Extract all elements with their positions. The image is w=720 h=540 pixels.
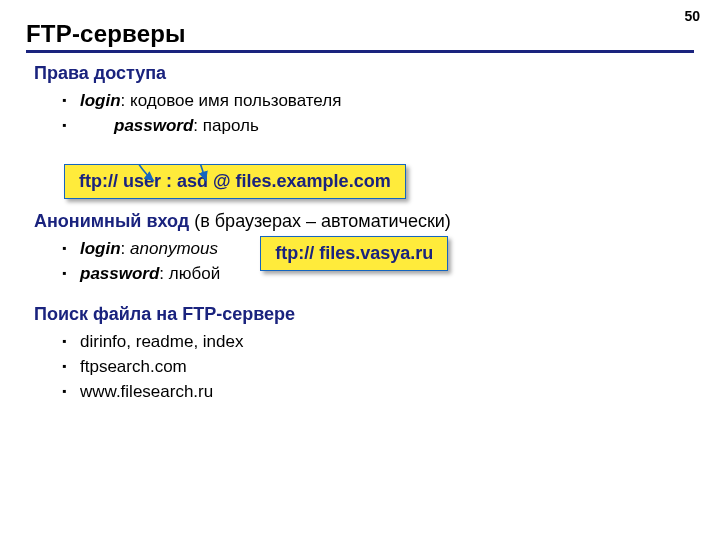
access-list: login: кодовое имя пользователя password… bbox=[34, 88, 686, 138]
search-list: dirinfo, readme, index ftpsearch.com www… bbox=[34, 329, 686, 404]
callout-wrap: ftp:// files.vasya.ru bbox=[260, 236, 448, 271]
item-text: www.filesearch.ru bbox=[80, 382, 213, 401]
list-item: ftpsearch.com bbox=[34, 354, 686, 379]
term-password: password bbox=[80, 264, 159, 283]
term-value: anonymous bbox=[130, 239, 218, 258]
slide-content: Права доступа login: кодовое имя пользов… bbox=[26, 63, 694, 404]
list-item: dirinfo, readme, index bbox=[34, 329, 686, 354]
item-text: ftpsearch.com bbox=[80, 357, 187, 376]
term-login: login bbox=[80, 239, 121, 258]
heading-text: Анонимный вход bbox=[34, 211, 189, 231]
term-desc: : кодовое имя пользователя bbox=[121, 91, 342, 110]
term-desc: : пароль bbox=[193, 116, 258, 135]
section-heading-access: Права доступа bbox=[34, 63, 686, 84]
item-text: dirinfo, readme, index bbox=[80, 332, 243, 351]
list-item: login: кодовое имя пользователя bbox=[34, 88, 686, 113]
term-password: password bbox=[114, 116, 193, 135]
section-heading-anon: Анонимный вход (в браузерах – автоматиче… bbox=[34, 211, 686, 232]
callout-ftp-anon: ftp:// files.vasya.ru bbox=[260, 236, 448, 271]
slide-title: FTP-серверы bbox=[26, 20, 694, 53]
list-item: password: любой bbox=[34, 261, 220, 286]
anon-list: login: anonymous password: любой bbox=[34, 236, 220, 286]
list-item: login: anonymous bbox=[34, 236, 220, 261]
callout-row-1: ftp:// user : asd @ files.example.com bbox=[34, 164, 686, 199]
term-desc: : любой bbox=[159, 264, 220, 283]
page-number: 50 bbox=[684, 8, 700, 24]
callout-ftp-auth: ftp:// user : asd @ files.example.com bbox=[64, 164, 406, 199]
colon: : bbox=[121, 239, 130, 258]
heading-note: (в браузерах – автоматически) bbox=[189, 211, 451, 231]
list-item: password: пароль bbox=[34, 113, 686, 138]
list-item: www.filesearch.ru bbox=[34, 379, 686, 404]
term-login: login bbox=[80, 91, 121, 110]
section-heading-search: Поиск файла на FTP-сервере bbox=[34, 304, 686, 325]
